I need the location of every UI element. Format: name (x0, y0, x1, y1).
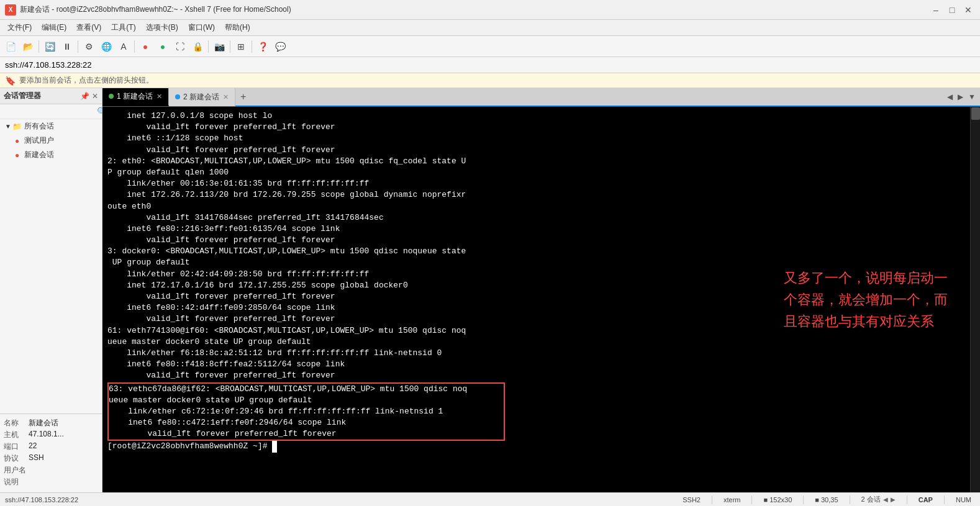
prop-key-protocol: 协议 (4, 453, 29, 464)
title-bar: X 新建会话 - root@iZ2vc28obhvfham8wewhh0Z:~ … (0, 0, 980, 20)
address-text: ssh://47.108.153.228:22 (5, 60, 92, 70)
tb-font[interactable]: A (116, 38, 132, 55)
menu-file[interactable]: 文件(F) (2, 21, 37, 34)
tab-dot-1 (109, 94, 114, 99)
term-hl-1: 63: vethc67da86@if62: <BROADCAST,MULTICA… (109, 384, 504, 395)
prop-row-name: 名称 新建会话 (4, 418, 98, 428)
menu-tabs[interactable]: 选项卡(B) (141, 21, 183, 34)
terminal[interactable]: inet 127.0.0.1/8 scope host lo valid_lft… (102, 107, 771, 492)
tb-separator-3 (134, 40, 135, 53)
maximize-button[interactable]: □ (945, 3, 959, 17)
term-line-4: valid_lft forever preferred_lft forever (107, 145, 766, 156)
status-address: ssh://47.108.153.228:22 (5, 496, 679, 504)
sessions-right-arrow[interactable]: ▶ (891, 496, 896, 503)
term-line-14: UP group default (107, 257, 766, 268)
term-line-10: valid_lft 314176844sec preferred_lft 314… (107, 212, 766, 224)
tab-add-button[interactable]: + (235, 91, 251, 102)
session-icon-2: ● (15, 151, 19, 160)
menu-edit[interactable]: 编辑(E) (37, 21, 71, 34)
term-line-15: link/ether 02:42:d4:09:28:50 brd ff:ff:f… (107, 269, 766, 280)
tb-separator-5 (230, 40, 230, 53)
minimize-button[interactable]: – (929, 3, 943, 17)
tab-close-2[interactable]: ✕ (223, 93, 229, 101)
menu-bar: 文件(F) 编辑(E) 查看(V) 工具(T) 选项卡(B) 窗口(W) 帮助(… (0, 20, 980, 36)
term-line-16: inet 172.17.0.1/16 brd 172.17.255.255 sc… (107, 280, 766, 291)
tree-group-all-sessions[interactable]: ▼ 📁 所有会话 (0, 119, 102, 133)
tab-nav-left[interactable]: ◀ (945, 93, 955, 101)
tb-connect[interactable]: 🌐 (98, 38, 114, 55)
term-line-2: valid_lft forever preferred_lft forever (107, 122, 766, 133)
term-line-1: inet 127.0.0.1/8 scope host lo (107, 111, 766, 122)
status-divider-2 (751, 495, 752, 504)
tb-disconnect[interactable]: ⏸ (59, 38, 75, 55)
tb-lock[interactable]: 🔒 (189, 38, 206, 55)
sidebar-search-input[interactable] (4, 107, 97, 116)
tb-green[interactable]: ● (155, 38, 171, 55)
window-title: 新建会话 - root@iZ2vc28obhvfham8wewhh0Z:~ - … (20, 4, 929, 15)
prop-key-name: 名称 (4, 418, 29, 428)
tb-camera[interactable]: 📷 (211, 38, 227, 55)
status-protocol: SSH2 (679, 496, 704, 504)
menu-help[interactable]: 帮助(H) (220, 21, 255, 34)
tb-fullscreen[interactable]: ⛶ (172, 38, 188, 55)
status-items: SSH2 xterm ■ 152x30 ■ 30,35 2 会话 ◀ ▶ CAP… (679, 495, 975, 504)
menu-view[interactable]: 查看(V) (71, 21, 106, 34)
term-line-7: link/ether 00:16:3e:01:61:35 brd ff:ff:f… (107, 178, 766, 189)
tb-grid[interactable]: ⊞ (233, 38, 249, 55)
tb-help[interactable]: ❓ (255, 38, 271, 55)
menu-window[interactable]: 窗口(W) (183, 21, 220, 34)
term-line-11: inet6 fe80::216:3eff:fe01:6135/64 scope … (107, 224, 766, 235)
term-line-6: P group default qlen 1000 (107, 167, 766, 178)
info-icon: 🔖 (5, 76, 16, 86)
term-line-12: valid_lft forever preferred_lft forever (107, 235, 766, 246)
status-num: NUM (952, 496, 975, 504)
tab-1[interactable]: 1 新建会话 ✕ (102, 88, 169, 106)
sidebar-close-button[interactable]: ✕ (92, 92, 98, 101)
tb-settings[interactable]: ⚙ (81, 38, 97, 55)
sidebar-spacer (0, 162, 102, 413)
content-area: inet 127.0.0.1/8 scope host lo valid_lft… (102, 107, 980, 492)
folder-icon: 📁 (12, 122, 22, 131)
terminal-scrollbar[interactable] (970, 107, 980, 492)
term-line-3: inet6 ::1/128 scope host (107, 133, 766, 144)
properties-panel: 名称 新建会话 主机 47.108.1... 端口 22 协议 SSH 用户名 … (0, 413, 102, 492)
prop-val-name: 新建会话 (29, 418, 58, 428)
prop-key-desc: 说明 (4, 477, 29, 487)
prop-row-username: 用户名 (4, 465, 98, 476)
tab-nav-right[interactable]: ▶ (956, 93, 965, 101)
tb-new-session[interactable]: 📄 (2, 38, 19, 55)
main-area: 会话管理器 📌 ✕ 🔍 ▼ 📁 所有会话 ● 测试用户 ● 新建会话 名称 (0, 88, 980, 492)
sessions-text: 2 会话 (861, 495, 881, 504)
address-bar: ssh://47.108.153.228:22 (0, 57, 980, 73)
status-terminal: xterm (720, 496, 745, 504)
tab-close-1[interactable]: ✕ (157, 93, 162, 101)
menu-tools[interactable]: 工具(T) (106, 21, 140, 34)
tb-separator-2 (78, 40, 78, 53)
prop-val-protocol: SSH (29, 453, 44, 464)
info-text: 要添加当前会话，点击左侧的箭头按钮。 (19, 75, 153, 86)
status-bar: ssh://47.108.153.228:22 SSH2 xterm ■ 152… (0, 492, 980, 506)
tab-2[interactable]: 2 新建会话 ✕ (169, 88, 235, 106)
prop-val-host: 47.108.1... (29, 430, 64, 440)
close-button[interactable]: ✕ (961, 3, 975, 17)
expand-icon: ▼ (5, 123, 11, 130)
tb-refresh[interactable]: 🔄 (42, 38, 58, 55)
annotation-text: 又多了一个，说明每启动一个容器，就会增加一个，而且容器也与其有对应关系 (784, 267, 958, 333)
sidebar-pin-button[interactable]: 📌 (80, 92, 89, 101)
term-line-19: valid_lft forever preferred_lft forever (107, 314, 766, 325)
sessions-left-arrow[interactable]: ◀ (883, 496, 888, 503)
status-cursor: ■ 30,35 (811, 496, 842, 504)
tab-nav-menu[interactable]: ▼ (966, 93, 978, 101)
prop-row-protocol: 协议 SSH (4, 453, 98, 464)
tree-item-new-session[interactable]: ● 新建会话 (0, 148, 102, 162)
tab-bar: 1 新建会话 ✕ 2 新建会话 ✕ + ◀ ▶ ▼ (102, 88, 980, 107)
annotation-panel: 又多了一个，说明每启动一个容器，就会增加一个，而且容器也与其有对应关系 (771, 107, 970, 492)
tab-dot-2 (175, 94, 180, 99)
tb-open[interactable]: 📂 (20, 38, 36, 55)
tree-item-test-user[interactable]: ● 测试用户 (0, 133, 102, 148)
tab-navigation: ◀ ▶ ▼ (945, 93, 980, 101)
info-bar: 🔖 要添加当前会话，点击左侧的箭头按钮。 (0, 73, 980, 88)
tb-chat[interactable]: 💬 (272, 38, 288, 55)
term-hl-4: inet6 fe80::c472:1eff:fe0f:2946/64 scope… (109, 417, 504, 428)
tb-red[interactable]: ● (137, 38, 153, 55)
